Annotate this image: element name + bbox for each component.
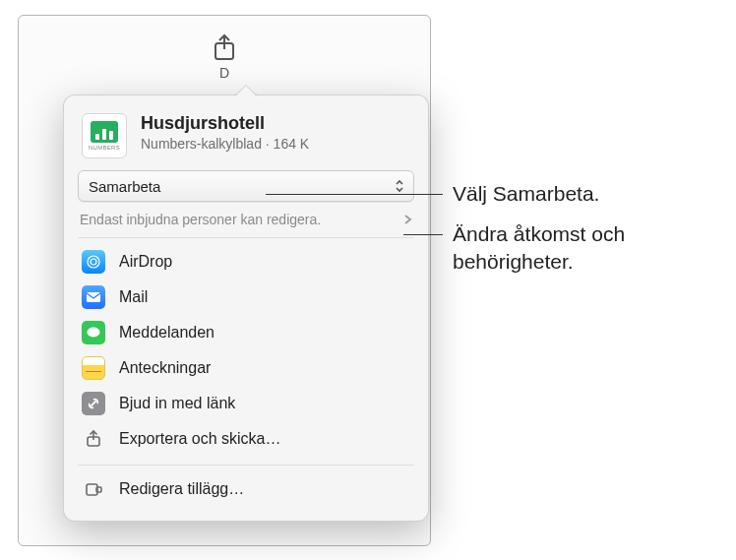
airdrop-icon: [82, 250, 105, 274]
share-item-messages[interactable]: Meddelanden: [64, 315, 428, 350]
edit-extensions-item[interactable]: Redigera tillägg…: [64, 471, 428, 507]
document-type-label: Numbers-kalkylblad: [141, 136, 262, 152]
share-icon: [212, 33, 237, 63]
edit-extensions-label: Redigera tillägg…: [119, 480, 244, 498]
app-window: D NUMBERS Husdjurshotell Numbers-kalkylb…: [18, 15, 431, 546]
share-item-label: AirDrop: [119, 253, 172, 271]
doc-icon-app-label: NUMBERS: [89, 145, 120, 151]
share-item-export-send[interactable]: Exportera och skicka…: [64, 421, 428, 457]
permission-summary-text: Endast inbjudna personer kan redigera.: [80, 212, 321, 227]
share-item-mail[interactable]: Mail: [64, 280, 428, 315]
share-item-label: Anteckningar: [119, 359, 211, 377]
share-item-label: Meddelanden: [119, 324, 215, 342]
export-icon: [82, 427, 105, 451]
chevron-right-icon: [403, 214, 412, 225]
updown-chevron-icon: [392, 177, 407, 195]
share-destinations-list: AirDrop Mail Meddelanden Anteckningar: [64, 238, 428, 463]
collaboration-mode-label: Samarbeta: [89, 178, 160, 195]
share-item-invite-link[interactable]: Bjud in med länk: [64, 386, 428, 421]
callout-text: Välj Samarbeta.: [453, 182, 599, 205]
callout-permissions: Ändra åtkomst och behörigheter.: [453, 220, 625, 277]
share-item-notes[interactable]: Anteckningar: [64, 350, 428, 386]
share-item-label: Exportera och skicka…: [119, 430, 281, 448]
svg-point-5: [88, 328, 100, 338]
document-header: NUMBERS Husdjurshotell Numbers-kalkylbla…: [64, 95, 428, 170]
meta-separator: ·: [266, 136, 274, 152]
document-meta: Numbers-kalkylblad · 164 K: [141, 136, 309, 152]
callout-collaborate: Välj Samarbeta.: [453, 180, 599, 208]
mail-icon: [82, 285, 105, 309]
callout-line: [403, 234, 443, 235]
svg-point-3: [88, 256, 99, 268]
document-size-label: 164 K: [274, 136, 310, 152]
share-item-airdrop[interactable]: AirDrop: [64, 244, 428, 280]
extension-icon: [82, 477, 105, 501]
share-toolbar-button[interactable]: D: [212, 33, 237, 81]
messages-icon: [82, 321, 105, 344]
notes-icon: [82, 356, 105, 380]
share-item-label: Bjud in med länk: [119, 395, 235, 412]
callout-line: [266, 194, 443, 195]
svg-rect-9: [96, 487, 101, 492]
document-title: Husdjurshotell: [141, 113, 309, 134]
callout-text: behörigheter.: [453, 248, 625, 276]
share-item-label: Mail: [119, 288, 148, 306]
share-under-letter: D: [219, 65, 229, 81]
share-popover: NUMBERS Husdjurshotell Numbers-kalkylbla…: [63, 94, 429, 522]
svg-point-2: [91, 259, 96, 265]
link-icon: [82, 392, 105, 415]
extensions-section: Redigera tillägg…: [64, 466, 428, 513]
collaboration-mode-select[interactable]: Samarbeta: [78, 170, 414, 202]
svg-rect-4: [87, 292, 100, 302]
numbers-document-icon: NUMBERS: [82, 113, 127, 158]
permission-settings-row[interactable]: Endast inbjudna personer kan redigera.: [78, 210, 414, 237]
callout-text: Ändra åtkomst och: [453, 220, 625, 248]
